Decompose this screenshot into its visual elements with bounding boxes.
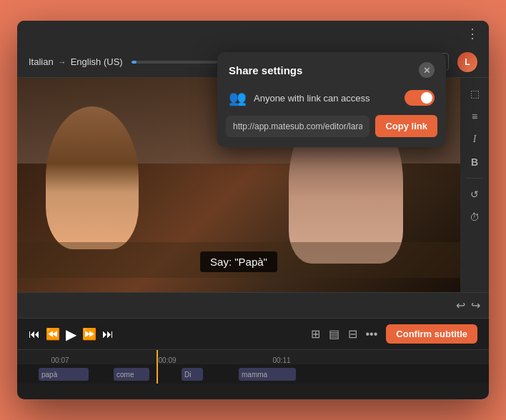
more-menu-icon[interactable]: ⋮	[466, 26, 480, 41]
tick-2: 00:09	[158, 356, 176, 364]
italic-icon[interactable]: I	[463, 129, 486, 149]
share-access-row: 👥 Anyone with link can access	[217, 85, 446, 115]
lang-to: English (US)	[71, 56, 123, 67]
subtitle-box: Say: "Papà"	[200, 251, 277, 272]
text-align-icon[interactable]: ≡	[463, 106, 486, 126]
grid-btn[interactable]: ⊞	[311, 327, 320, 341]
bottom-controls: ⏮ ⏪ ▶ ⏩ ⏭ ⊞ ▤ ⊟ ••• Confirm subtitle	[17, 318, 489, 349]
share-link-input[interactable]	[226, 116, 369, 137]
share-access-label: Anyone with link can access	[254, 93, 397, 104]
lang-arrow: →	[58, 57, 66, 67]
people-icon: 👥	[229, 89, 247, 106]
layout-icon[interactable]: ⬚	[463, 84, 486, 104]
timer-icon[interactable]: ⏱	[463, 207, 486, 227]
bold-icon[interactable]: B	[463, 152, 486, 172]
confirm-subtitle-btn[interactable]: Confirm subtitle	[386, 324, 477, 344]
play-controls: ⏮ ⏪ ▶ ⏩ ⏭	[29, 326, 114, 343]
timeline: 00:07 00:09 00:11 papà come Di mamma	[17, 349, 489, 384]
access-toggle[interactable]	[405, 90, 435, 106]
segment-di[interactable]: Di	[182, 368, 203, 381]
next-frame-btn[interactable]: ⏩	[82, 327, 96, 341]
segment-papa[interactable]: papà	[39, 368, 89, 381]
play-btn[interactable]: ▶	[66, 326, 76, 343]
caption-btn[interactable]: ▤	[329, 327, 339, 341]
undo-btn[interactable]: ↩	[456, 299, 465, 312]
progress-bar	[132, 61, 217, 64]
timeline-track[interactable]: papà come Di mamma	[17, 364, 489, 384]
layers-btn[interactable]: ⊟	[348, 327, 357, 341]
undo-bar: ↩ ↪	[17, 292, 489, 318]
language-selector[interactable]: Italian → English (US)	[29, 56, 123, 67]
share-popup-header: Share settings ✕	[217, 52, 446, 85]
lang-from: Italian	[29, 56, 54, 67]
playhead[interactable]	[157, 350, 158, 384]
tick-1: 00:07	[51, 356, 69, 364]
top-bar: ⋮	[17, 21, 489, 46]
skip-back-btn[interactable]: ⏮	[29, 328, 40, 341]
share-close-btn[interactable]: ✕	[419, 62, 435, 78]
copy-link-btn[interactable]: Copy link	[375, 115, 437, 137]
avatar[interactable]: L	[457, 52, 477, 72]
segment-mamma[interactable]: mamma	[239, 368, 296, 381]
timeline-ruler: 00:07 00:09 00:11	[17, 350, 489, 364]
tick-3: 00:11	[272, 356, 290, 364]
prev-frame-btn[interactable]: ⏪	[46, 327, 60, 341]
redo-btn[interactable]: ↪	[471, 299, 480, 312]
right-sidebar: ⬚ ≡ I B ↺ ⏱	[460, 78, 489, 292]
share-popup-title: Share settings	[229, 64, 302, 76]
reset-icon[interactable]: ↺	[463, 184, 486, 204]
share-popup: Share settings ✕ 👥 Anyone with link can …	[217, 52, 446, 147]
toggle-knob	[421, 92, 432, 104]
share-link-row: Copy link	[226, 115, 437, 137]
progress-bar-fill	[132, 61, 137, 64]
more-btn[interactable]: •••	[366, 328, 378, 341]
skip-forward-btn[interactable]: ⏭	[102, 328, 114, 341]
segment-come[interactable]: come	[114, 368, 149, 381]
app-window: ⋮ Italian → English (US) 6% ≡ ⌨ 🔒 Export…	[17, 21, 489, 399]
